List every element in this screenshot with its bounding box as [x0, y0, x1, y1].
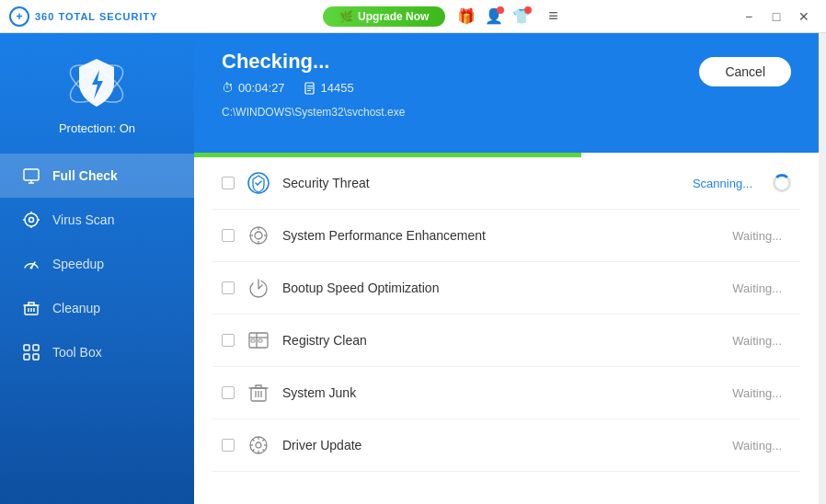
security-threat-name: Security Threat — [282, 176, 682, 190]
driver-update-status: Waiting... — [732, 439, 782, 452]
svg-line-27 — [258, 181, 261, 185]
virus-scan-icon — [21, 210, 41, 230]
speedup-icon — [21, 254, 41, 274]
upgrade-button[interactable]: 🌿 Upgrade Now — [323, 6, 445, 27]
logo-circle: + — [9, 6, 29, 27]
user-badge — [497, 6, 504, 14]
scan-item-system-junk: System Junk Waiting... — [212, 367, 800, 419]
tool-box-label: Tool Box — [52, 345, 102, 360]
sidebar-logo: Protection: On — [59, 52, 135, 135]
checkbox-system-performance[interactable] — [222, 229, 235, 242]
svg-point-29 — [255, 232, 262, 239]
timer-value: 00:04:27 — [238, 81, 285, 95]
svg-line-51 — [263, 450, 265, 452]
maximize-button[interactable]: □ — [763, 4, 789, 29]
system-performance-status: Waiting... — [732, 229, 782, 243]
tshirt-badge — [524, 6, 532, 14]
scan-item-bootup-speed: Bootup Speed Optimization Waiting... — [212, 262, 800, 315]
sidebar-item-cleanup[interactable]: Cleanup — [0, 286, 194, 330]
svg-point-5 — [25, 213, 38, 226]
file-count-meta: 14455 — [304, 81, 354, 95]
bootup-speed-status: Waiting... — [732, 281, 782, 295]
scrollbar[interactable] — [819, 33, 826, 504]
full-check-icon — [21, 166, 41, 186]
checkbox-system-junk[interactable] — [222, 386, 235, 399]
scan-meta: ⏱ 00:04:27 14455 — [222, 81, 405, 95]
scan-header: Checking... ⏱ 00:04:27 14455 — [194, 33, 819, 153]
svg-rect-37 — [251, 339, 255, 342]
menu-icon[interactable]: ≡ — [543, 6, 563, 27]
titlebar-icons: 🎁 👤 👕 — [456, 6, 532, 27]
svg-line-53 — [253, 450, 255, 452]
sidebar: Protection: On Full Check — [0, 33, 194, 504]
checkbox-driver-update[interactable] — [222, 439, 235, 452]
sidebar-item-full-check[interactable]: Full Check — [0, 154, 194, 198]
svg-rect-38 — [258, 339, 262, 342]
progress-bar — [194, 153, 819, 157]
full-check-label: Full Check — [52, 168, 118, 183]
cancel-button[interactable]: Cancel — [699, 57, 791, 86]
upgrade-label: Upgrade Now — [358, 10, 429, 23]
svg-rect-2 — [24, 169, 39, 180]
timer-icon: ⏱ — [222, 81, 234, 95]
scan-item-security-threat: Security Threat Scanning... — [212, 157, 800, 210]
app-logo: + 360 TOTAL SECURITY — [9, 6, 158, 27]
registry-clean-name: Registry Clean — [282, 333, 721, 348]
checkbox-registry-clean[interactable] — [222, 334, 235, 347]
registry-clean-icon — [246, 327, 271, 353]
close-button[interactable]: ✕ — [791, 4, 817, 29]
svg-point-12 — [30, 267, 33, 269]
svg-point-45 — [256, 442, 261, 448]
titlebar-center: 🌿 Upgrade Now 🎁 👤 👕 ≡ — [158, 6, 728, 27]
registry-clean-status: Waiting... — [732, 334, 782, 348]
shield-icon — [64, 52, 129, 116]
minimize-button[interactable]: − — [736, 4, 762, 29]
system-junk-name: System Junk — [282, 385, 721, 400]
scan-item-registry-clean: Registry Clean Waiting... — [212, 315, 800, 367]
sidebar-item-tool-box[interactable]: Tool Box — [0, 330, 194, 374]
gift-icon[interactable]: 🎁 — [456, 6, 476, 27]
security-threat-status: Scanning... — [693, 177, 752, 190]
sidebar-item-speedup[interactable]: Speedup — [0, 242, 194, 286]
cleanup-icon — [21, 298, 41, 318]
system-performance-icon — [246, 223, 271, 248]
cleanup-label: Cleanup — [52, 301, 100, 315]
user-icon[interactable]: 👤 — [484, 6, 504, 27]
svg-rect-18 — [33, 345, 39, 350]
logo-text: 360 TOTAL SECURITY — [35, 11, 158, 22]
security-threat-icon — [246, 170, 271, 196]
system-performance-name: System Performance Enhancement — [282, 228, 721, 243]
scan-path: C:\WINDOWS\System32\svchost.exe — [222, 106, 405, 132]
virus-scan-label: Virus Scan — [52, 212, 114, 227]
svg-line-50 — [253, 440, 255, 441]
scan-item-system-performance: System Performance Enhancement Waiting..… — [212, 210, 800, 262]
timer-meta: ⏱ 00:04:27 — [222, 81, 285, 95]
driver-update-name: Driver Update — [282, 438, 721, 452]
upgrade-icon: 🌿 — [339, 10, 353, 23]
content-area: Checking... ⏱ 00:04:27 14455 — [194, 33, 819, 504]
sidebar-item-virus-scan[interactable]: Virus Scan — [0, 198, 194, 242]
svg-rect-20 — [33, 354, 39, 360]
speedup-label: Speedup — [52, 257, 104, 271]
checkbox-bootup-speed[interactable] — [222, 281, 235, 294]
title-bar: + 360 TOTAL SECURITY 🌿 Upgrade Now 🎁 👤 👕… — [0, 0, 826, 33]
scan-item-driver-update: Driver Update Waiting... — [212, 419, 800, 472]
tshirt-icon[interactable]: 👕 — [511, 6, 532, 27]
protection-status: Protection: On — [59, 121, 135, 135]
progress-fill — [194, 153, 581, 157]
scan-info: Checking... ⏱ 00:04:27 14455 — [222, 50, 405, 132]
scan-list: Security Threat Scanning... — [194, 157, 819, 504]
window-controls: − □ ✕ — [736, 4, 817, 29]
checkbox-security-threat[interactable] — [222, 177, 235, 189]
file-count: 14455 — [321, 81, 354, 95]
svg-rect-17 — [24, 345, 29, 350]
driver-update-icon — [246, 432, 271, 458]
tool-box-icon — [21, 342, 41, 362]
svg-rect-19 — [24, 354, 29, 360]
svg-point-6 — [29, 218, 34, 223]
bootup-speed-icon — [246, 275, 271, 301]
bootup-speed-name: Bootup Speed Optimization — [282, 281, 721, 295]
svg-line-52 — [263, 440, 265, 441]
checking-title: Checking... — [222, 50, 405, 74]
security-threat-spinner — [773, 174, 791, 192]
